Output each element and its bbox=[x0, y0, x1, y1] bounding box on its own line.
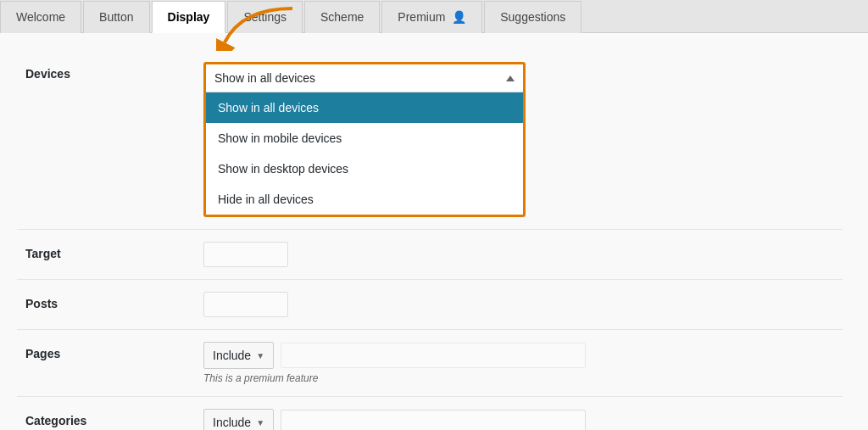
option-mobile-devices[interactable]: Show in mobile devices bbox=[206, 123, 523, 154]
tab-scheme-label: Scheme bbox=[320, 10, 364, 24]
dropdown-header[interactable]: Show in all devices bbox=[206, 64, 523, 92]
chevron-up-icon bbox=[506, 75, 515, 81]
pages-input[interactable] bbox=[281, 343, 586, 368]
option-desktop-devices[interactable]: Show in desktop devices bbox=[206, 154, 523, 184]
tab-suggestions-label: Suggestions bbox=[500, 10, 565, 24]
devices-control: Show in all devices Show in all devices … bbox=[203, 62, 843, 217]
tab-welcome-label: Welcome bbox=[16, 10, 65, 24]
target-input[interactable] bbox=[203, 242, 288, 267]
posts-input[interactable] bbox=[203, 292, 288, 317]
tab-display[interactable]: Display bbox=[152, 1, 226, 33]
categories-control: Include ▼ bbox=[203, 409, 843, 430]
tab-settings[interactable]: Settings bbox=[227, 1, 303, 33]
pages-control: Include ▼ This is a premium feature bbox=[203, 342, 843, 384]
pages-include-label: Include bbox=[213, 349, 251, 362]
posts-control bbox=[203, 292, 843, 317]
pages-premium-note: This is a premium feature bbox=[203, 372, 843, 384]
tab-premium-label: Premium bbox=[398, 10, 445, 24]
categories-label: Categories bbox=[17, 409, 203, 427]
option-hide-devices[interactable]: Hide in all devices bbox=[206, 184, 523, 215]
categories-row: Categories Include ▼ bbox=[17, 397, 843, 430]
devices-dropdown[interactable]: Show in all devices Show in all devices … bbox=[203, 62, 526, 217]
devices-label: Devices bbox=[17, 62, 203, 81]
tab-settings-label: Settings bbox=[243, 10, 287, 24]
categories-include-label: Include bbox=[213, 416, 251, 429]
posts-label: Posts bbox=[17, 292, 203, 310]
tab-premium[interactable]: Premium 👤 bbox=[381, 1, 482, 33]
devices-row: Devices Show in all devices Show in all … bbox=[17, 50, 843, 230]
categories-input[interactable] bbox=[281, 410, 586, 430]
tab-welcome[interactable]: Welcome bbox=[0, 1, 81, 33]
target-row: Target bbox=[17, 230, 843, 280]
person-icon: 👤 bbox=[452, 10, 466, 24]
dropdown-selected-value: Show in all devices bbox=[214, 71, 315, 85]
pages-label: Pages bbox=[17, 342, 203, 360]
tab-suggestions[interactable]: Suggestions bbox=[484, 1, 581, 33]
categories-include-wrapper: Include ▼ bbox=[203, 409, 843, 430]
posts-row: Posts bbox=[17, 280, 843, 330]
pages-row: Pages Include ▼ This is a premium featur… bbox=[17, 330, 843, 397]
option-all-devices[interactable]: Show in all devices bbox=[206, 92, 523, 123]
pages-include-wrapper: Include ▼ bbox=[203, 342, 843, 369]
tab-button-label: Button bbox=[99, 10, 133, 24]
main-content: Devices Show in all devices Show in all … bbox=[0, 33, 868, 430]
tab-scheme[interactable]: Scheme bbox=[304, 1, 380, 33]
target-control bbox=[203, 242, 843, 267]
categories-include-dropdown[interactable]: Include ▼ bbox=[203, 409, 274, 430]
tab-button[interactable]: Button bbox=[83, 1, 149, 33]
tabs-bar: Welcome Button Display Settings Scheme P… bbox=[0, 0, 868, 33]
chevron-down-icon: ▼ bbox=[256, 418, 264, 427]
pages-include-dropdown[interactable]: Include ▼ bbox=[203, 342, 274, 369]
target-label: Target bbox=[17, 242, 203, 260]
dropdown-options-list: Show in all devices Show in mobile devic… bbox=[206, 92, 523, 215]
tab-display-label: Display bbox=[168, 10, 210, 24]
chevron-down-icon: ▼ bbox=[256, 351, 264, 360]
